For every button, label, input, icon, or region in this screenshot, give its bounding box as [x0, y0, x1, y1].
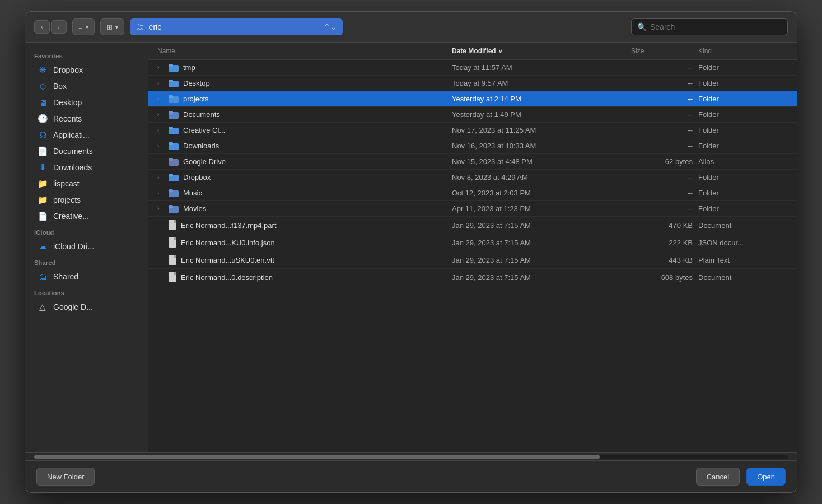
- table-row[interactable]: › Documents Yesterday at 1:49 PM -- Fold…: [148, 107, 797, 123]
- sidebar-item-documents-label: Documents: [53, 147, 93, 156]
- table-row[interactable]: Eric Normand...0.description Jan 29, 202…: [148, 269, 797, 286]
- sidebar-item-lispcast[interactable]: 📁 lispcast: [29, 176, 144, 192]
- horizontal-scrollbar[interactable]: [25, 452, 797, 460]
- open-button[interactable]: Open: [746, 468, 786, 486]
- col-kind[interactable]: Kind: [698, 47, 788, 55]
- folder-icon: [169, 95, 179, 103]
- sidebar-item-downloads-label: Downloads: [53, 163, 92, 172]
- sidebar-item-icloud-drive[interactable]: ☁ iCloud Dri...: [29, 239, 144, 254]
- file-size: 608 bytes: [631, 273, 698, 282]
- chevron-icon: ›: [157, 190, 164, 196]
- cancel-button[interactable]: Cancel: [696, 468, 740, 486]
- table-row[interactable]: › Desktop Today at 9:57 AM -- Folder: [148, 76, 797, 91]
- file-name-cell: › Creative Cl...: [157, 126, 452, 134]
- bottom-bar: New Folder Cancel Open: [25, 460, 797, 492]
- sidebar-item-applications[interactable]: ☊ Applicati...: [29, 127, 144, 143]
- file-date: Today at 9:57 AM: [452, 79, 631, 87]
- table-row[interactable]: › projects Yesterday at 2:14 PM -- Folde…: [148, 91, 797, 107]
- table-row[interactable]: › Dropbox Nov 8, 2023 at 4:29 AM -- Fold…: [148, 170, 797, 185]
- path-stepper[interactable]: ⌃⌄: [324, 22, 337, 31]
- table-row[interactable]: Eric Normand...uSKU0.en.vtt Jan 29, 2023…: [148, 251, 797, 269]
- sidebar-item-shared[interactable]: 🗂 Shared: [29, 269, 144, 284]
- chevron-icon: ›: [157, 143, 164, 149]
- col-name[interactable]: Name: [157, 47, 452, 55]
- file-kind: Document: [698, 273, 788, 282]
- sidebar-item-box[interactable]: ⬡ Box: [29, 78, 144, 94]
- table-row[interactable]: › tmp Today at 11:57 AM -- Folder: [148, 60, 797, 76]
- table-row[interactable]: Google Drive Nov 15, 2023 at 4:48 PM 62 …: [148, 154, 797, 170]
- search-input[interactable]: [650, 22, 782, 31]
- file-name-cell: › projects: [157, 95, 452, 103]
- sidebar-item-dropbox[interactable]: ❋ Dropbox: [29, 62, 144, 78]
- recents-icon: 🕐: [38, 114, 48, 124]
- doc-icon: [169, 255, 176, 265]
- file-kind: Folder: [698, 126, 788, 134]
- folder-icon: [169, 127, 179, 134]
- file-name-cell: › tmp: [157, 63, 452, 72]
- folder-special-icon: [169, 111, 179, 119]
- back-button[interactable]: ‹: [34, 20, 50, 34]
- file-name-cell: Google Drive: [157, 157, 452, 166]
- table-row[interactable]: › Downloads Nov 16, 2023 at 10:33 AM -- …: [148, 138, 797, 154]
- file-size: --: [631, 126, 698, 134]
- new-folder-button[interactable]: New Folder: [36, 468, 95, 486]
- shared-icon: 🗂: [38, 272, 48, 282]
- file-name-cell: › Dropbox: [157, 173, 452, 181]
- folder-special-icon: [169, 189, 179, 197]
- doc-icon: [169, 272, 176, 282]
- scrollbar-thumb[interactable]: [34, 455, 600, 459]
- forward-button[interactable]: ›: [51, 20, 67, 34]
- file-name: Downloads: [183, 142, 219, 150]
- file-name-cell: › Downloads: [157, 142, 452, 150]
- search-bar[interactable]: 🔍: [631, 18, 788, 35]
- grid-view-button[interactable]: ⊞ ▾: [100, 18, 124, 35]
- file-size: 470 KB: [631, 221, 698, 230]
- file-name-cell: › Music: [157, 189, 452, 197]
- grid-view-chevron: ▾: [115, 24, 118, 30]
- col-date[interactable]: Date Modified ∨: [452, 47, 631, 55]
- table-row[interactable]: Eric Normand...KU0.info.json Jan 29, 202…: [148, 234, 797, 251]
- chevron-icon: ›: [157, 96, 164, 102]
- col-size[interactable]: Size: [631, 47, 698, 55]
- sidebar-item-google-drive[interactable]: △ Google D...: [29, 299, 144, 315]
- sidebar-item-creative[interactable]: 📄 Creative...: [29, 208, 144, 224]
- file-name: tmp: [183, 63, 195, 72]
- file-kind: Alias: [698, 157, 788, 166]
- file-date: Jan 29, 2023 at 7:15 AM: [452, 273, 631, 282]
- chevron-icon: ›: [157, 174, 164, 180]
- path-text: eric: [149, 22, 319, 31]
- table-row[interactable]: › Movies Apr 11, 2023 at 1:23 PM -- Fold…: [148, 201, 797, 217]
- file-date: Jan 29, 2023 at 7:15 AM: [452, 256, 631, 264]
- file-name-cell: › Movies: [157, 204, 452, 213]
- sidebar-item-recents-label: Recents: [53, 114, 82, 123]
- chevron-icon: ›: [157, 127, 164, 133]
- icloud-icon: ☁: [38, 241, 48, 251]
- sidebar-item-documents[interactable]: 📄 Documents: [29, 143, 144, 159]
- file-rows-container: › tmp Today at 11:57 AM -- Folder › Desk…: [148, 60, 797, 286]
- file-size: --: [631, 110, 698, 119]
- table-row[interactable]: › Music Oct 12, 2023 at 2:03 PM -- Folde…: [148, 185, 797, 201]
- folder-icon: [169, 64, 179, 72]
- path-bar[interactable]: 🗂 eric ⌃⌄: [130, 18, 343, 35]
- table-row[interactable]: Eric Normand...f137.mp4.part Jan 29, 202…: [148, 217, 797, 234]
- sidebar-item-projects[interactable]: 📁 projects: [29, 192, 144, 208]
- sidebar-item-downloads[interactable]: ⬇ Downloads: [29, 160, 144, 175]
- documents-icon: 📄: [38, 146, 48, 156]
- file-date: Today at 11:57 AM: [452, 63, 631, 72]
- toolbar: ‹ › ≡ ▾ ⊞ ▾ 🗂 eric ⌃⌄ 🔍: [25, 12, 797, 43]
- sidebar-item-dropbox-label: Dropbox: [53, 66, 83, 74]
- creative-doc-icon: 📄: [38, 211, 48, 221]
- folder-special-icon: [169, 205, 179, 213]
- list-view-button[interactable]: ≡ ▾: [72, 18, 95, 35]
- file-date: Nov 8, 2023 at 4:29 AM: [452, 173, 631, 181]
- table-row[interactable]: › Creative Cl... Nov 17, 2023 at 11:25 A…: [148, 123, 797, 138]
- file-name-cell: Eric Normand...KU0.info.json: [157, 237, 452, 248]
- file-name: Creative Cl...: [183, 126, 225, 134]
- projects-folder-icon: 📁: [38, 195, 48, 205]
- file-size: --: [631, 79, 698, 87]
- sidebar-item-applications-label: Applicati...: [53, 130, 90, 139]
- sidebar-item-recents[interactable]: 🕐 Recents: [29, 111, 144, 127]
- file-name: Desktop: [183, 79, 210, 87]
- sidebar-item-desktop[interactable]: 🖥 Desktop: [29, 95, 144, 110]
- dropbox-icon: ❋: [38, 65, 48, 75]
